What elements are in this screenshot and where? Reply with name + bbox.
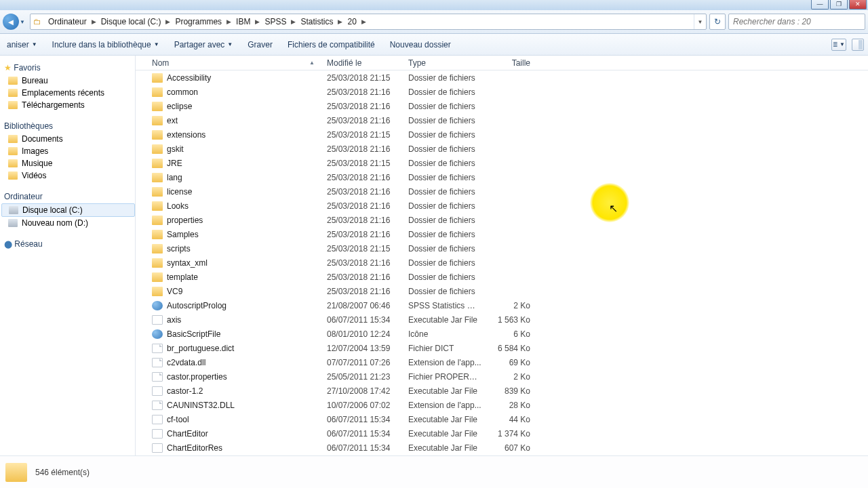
table-row[interactable]: template25/03/2018 21:16Dossier de fichi… xyxy=(136,270,868,284)
refresh-button[interactable]: ↻ xyxy=(709,14,726,30)
table-row[interactable]: AutoscriptProlog21/08/2007 06:46SPSS Sta… xyxy=(136,298,868,312)
table-row[interactable]: lang25/03/2018 21:16Dossier de fichiers xyxy=(136,170,868,184)
sidebar-item-images[interactable]: Images xyxy=(1,145,135,157)
col-type[interactable]: Type xyxy=(404,58,486,68)
maximize-button[interactable]: ❐ xyxy=(830,0,848,9)
crumb-sep: ▶ xyxy=(361,18,367,25)
include-library-button[interactable]: Inclure dans la bibliothèque▼ xyxy=(50,39,162,51)
network-header[interactable]: ⬤ Réseau xyxy=(1,237,135,251)
sidebar-item-recents[interactable]: Emplacements récents xyxy=(1,87,135,99)
table-row[interactable]: axis06/07/2011 15:34Executable Jar File1… xyxy=(136,312,868,327)
sidebar-item-disk-c[interactable]: Disque local (C:) xyxy=(1,203,135,217)
file-type: Executable Jar File xyxy=(404,315,486,325)
sidebar-item-downloads[interactable]: Téléchargements xyxy=(1,99,135,111)
table-row[interactable]: gskit25/03/2018 21:16Dossier de fichiers xyxy=(136,142,868,156)
view-mode-button[interactable]: ≣ ▼ xyxy=(831,39,846,51)
organize-button[interactable]: aniser▼ xyxy=(4,39,40,51)
back-button[interactable]: ◄ xyxy=(3,14,19,30)
favorites-header[interactable]: ★ Favoris xyxy=(1,61,135,75)
table-row[interactable]: CAUNINST32.DLL10/07/2006 07:02Extension … xyxy=(136,398,868,412)
col-size[interactable]: Taille xyxy=(486,58,534,68)
file-icon xyxy=(152,372,163,382)
table-row[interactable]: Samples25/03/2018 21:16Dossier de fichie… xyxy=(136,227,868,241)
folder-icon xyxy=(152,287,163,296)
titlebar: — ❐ ✕ xyxy=(0,0,868,10)
table-row[interactable]: c2vdata.dll07/07/2011 07:26Extension de … xyxy=(136,355,868,369)
sidebar-item-videos[interactable]: Vidéos xyxy=(1,169,135,182)
table-row[interactable]: VC925/03/2018 21:16Dossier de fichiers xyxy=(136,284,868,298)
table-row[interactable]: cf-tool06/07/2011 15:34Executable Jar Fi… xyxy=(136,412,868,426)
jar-icon xyxy=(152,429,163,439)
folder-icon xyxy=(152,244,163,253)
address-box[interactable]: 🗀 Ordinateur▶Disque local (C:)▶Programme… xyxy=(30,14,707,30)
table-row[interactable]: BasicScriptFile08/01/2010 12:24Icône6 Ko xyxy=(136,327,868,341)
crumb[interactable]: Ordinateur xyxy=(44,17,91,26)
libraries-header[interactable]: Bibliothèques xyxy=(1,119,135,133)
col-modified[interactable]: Modifié le xyxy=(323,58,404,68)
crumb[interactable]: IBM xyxy=(232,17,254,26)
table-row[interactable]: extensions25/03/2018 21:15Dossier de fic… xyxy=(136,127,868,142)
table-row[interactable]: ChartEditorRes06/07/2011 15:34Executable… xyxy=(136,441,868,455)
col-name[interactable]: Nom▲ xyxy=(148,58,323,68)
file-name: scripts xyxy=(167,244,191,253)
crumb[interactable]: Disque local (C:) xyxy=(97,17,165,26)
table-row[interactable]: br_portuguese.dict12/07/2004 13:59Fichie… xyxy=(136,341,868,355)
crumb[interactable]: Programmes xyxy=(171,17,226,26)
file-modified: 25/03/2018 21:15 xyxy=(323,244,404,253)
file-type: Dossier de fichiers xyxy=(404,244,486,253)
file-modified: 25/03/2018 21:16 xyxy=(323,216,404,225)
search-input[interactable] xyxy=(733,17,861,26)
file-name: license xyxy=(167,187,192,197)
sidebar-item-documents[interactable]: Documents xyxy=(1,133,135,145)
table-row[interactable]: eclipse25/03/2018 21:16Dossier de fichie… xyxy=(136,99,868,113)
table-row[interactable]: common25/03/2018 21:16Dossier de fichier… xyxy=(136,85,868,99)
file-size: 2 Ko xyxy=(486,372,534,382)
table-row[interactable]: JRE25/03/2018 21:15Dossier de fichiers xyxy=(136,156,868,170)
burn-button[interactable]: Graver xyxy=(245,39,275,51)
table-row[interactable]: syntax_xml25/03/2018 21:16Dossier de fic… xyxy=(136,256,868,270)
table-row[interactable]: Looks25/03/2018 21:16Dossier de fichiers xyxy=(136,199,868,213)
file-modified: 21/08/2007 06:46 xyxy=(323,301,404,310)
file-modified: 25/03/2018 21:16 xyxy=(323,201,404,211)
file-modified: 25/03/2018 21:16 xyxy=(323,258,404,268)
folder-icon xyxy=(152,102,163,111)
search-box[interactable] xyxy=(728,14,865,30)
table-row[interactable]: properties25/03/2018 21:16Dossier de fic… xyxy=(136,213,868,227)
address-dropdown[interactable]: ▼ xyxy=(694,14,706,29)
sidebar-item-disk-d[interactable]: Nouveau nom (D:) xyxy=(1,217,135,229)
table-row[interactable]: scripts25/03/2018 21:15Dossier de fichie… xyxy=(136,241,868,256)
status-folder-icon xyxy=(5,463,27,482)
table-row[interactable]: license25/03/2018 21:16Dossier de fichie… xyxy=(136,184,868,199)
close-button[interactable]: ✕ xyxy=(849,0,867,9)
file-modified: 06/07/2011 15:34 xyxy=(323,315,404,325)
crumb-sep: ▶ xyxy=(337,18,343,25)
minimize-button[interactable]: — xyxy=(811,0,829,9)
table-row[interactable]: Accessibility25/03/2018 21:15Dossier de … xyxy=(136,70,868,85)
file-size: 1 374 Ko xyxy=(486,429,534,439)
share-button[interactable]: Partager avec▼ xyxy=(172,39,236,51)
file-size: 2 Ko xyxy=(486,301,534,310)
computer-header[interactable]: Ordinateur xyxy=(1,190,135,203)
file-type: Fichier DICT xyxy=(404,344,486,353)
sidebar-item-bureau[interactable]: Bureau xyxy=(1,75,135,87)
crumb[interactable]: 20 xyxy=(343,17,360,26)
file-modified: 25/03/2018 21:16 xyxy=(323,287,404,296)
file-type: Dossier de fichiers xyxy=(404,102,486,111)
table-row[interactable]: castor-1.227/10/2008 17:42Executable Jar… xyxy=(136,384,868,398)
file-name: Samples xyxy=(167,230,199,239)
sidebar: ★ Favoris Bureau Emplacements récents Té… xyxy=(0,56,136,455)
new-folder-button[interactable]: Nouveau dossier xyxy=(387,39,454,51)
crumb[interactable]: SPSS xyxy=(260,17,290,26)
preview-pane-button[interactable] xyxy=(852,39,864,51)
table-row[interactable]: ChartEditor06/07/2011 15:34Executable Ja… xyxy=(136,426,868,441)
file-name: common xyxy=(167,87,198,97)
file-size: 44 Ko xyxy=(486,415,534,424)
file-list: Nom▲ Modifié le Type Taille Accessibilit… xyxy=(136,56,868,455)
crumb[interactable]: Statistics xyxy=(296,17,337,26)
sidebar-item-music[interactable]: Musique xyxy=(1,157,135,169)
table-row[interactable]: ext25/03/2018 21:16Dossier de fichiers xyxy=(136,113,868,127)
compat-files-button[interactable]: Fichiers de compatibilité xyxy=(285,39,378,51)
crumb-sep: ▶ xyxy=(91,18,97,25)
history-dropdown[interactable]: ▼ xyxy=(19,14,26,30)
table-row[interactable]: castor.properties25/05/2011 21:23Fichier… xyxy=(136,369,868,384)
